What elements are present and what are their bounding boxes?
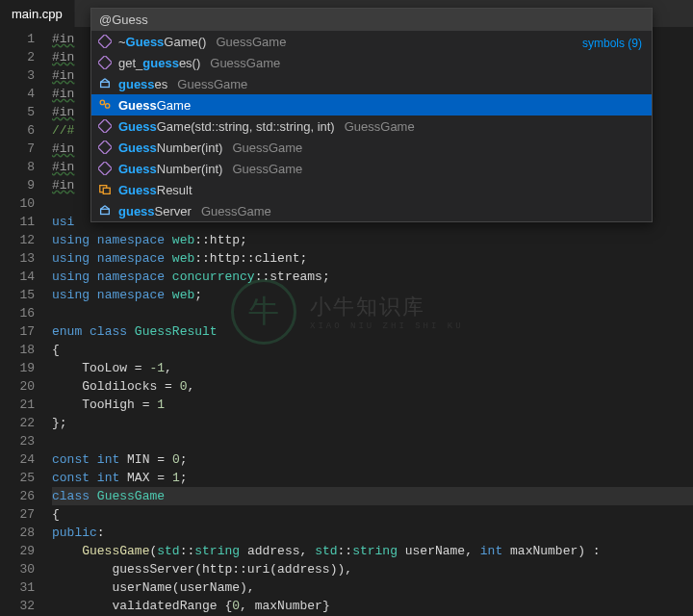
line-number: 16 — [0, 304, 35, 322]
suggestion-detail: GuessGame — [177, 77, 247, 91]
line-number: 17 — [0, 322, 35, 341]
svg-rect-13 — [101, 209, 110, 214]
suggestion-detail: GuessGame — [232, 162, 302, 176]
line-number: 6 — [0, 121, 35, 140]
line-number: 10 — [0, 194, 35, 213]
suggestion-label: GuessNumber(int) — [118, 141, 222, 155]
code-line: userName(userName), — [52, 578, 693, 597]
code-line: public: — [52, 524, 693, 542]
suggestion-detail: GuessGame — [201, 204, 271, 218]
line-number: 8 — [0, 158, 35, 176]
code-line: const int MIN = 0; — [52, 450, 693, 469]
symbol-suggestion-item[interactable]: GuessGame(std::string, std::string, int)… — [91, 116, 652, 137]
code-line: guessServer(http::uri(address)), — [52, 560, 693, 578]
suggestion-label: guesses — [118, 77, 167, 91]
line-number: 9 — [0, 176, 35, 194]
code-line: TooHigh = 1 — [52, 396, 693, 414]
symbol-suggestion-item[interactable]: GuessResult — [91, 179, 652, 200]
line-number: 1 — [0, 30, 35, 48]
line-number: 24 — [0, 450, 35, 469]
svg-line-7 — [104, 103, 106, 105]
suggestion-label: GuessResult — [118, 183, 192, 197]
line-number: 5 — [0, 103, 35, 121]
enum-icon — [97, 182, 113, 197]
method-icon — [97, 161, 113, 176]
line-number: 22 — [0, 414, 35, 432]
suggestion-label: ~GuessGame() — [118, 35, 206, 49]
symbol-suggestion-list: ~GuessGame()GuessGameget_guesses()GuessG… — [91, 31, 652, 221]
line-number: 19 — [0, 359, 35, 377]
line-number: 23 — [0, 432, 35, 450]
line-number: 4 — [0, 85, 35, 103]
line-number: 13 — [0, 249, 35, 268]
svg-rect-0 — [98, 35, 112, 48]
code-line: using namespace concurrency::streams; — [52, 268, 693, 286]
code-line: using namespace web::http::client; — [52, 249, 693, 268]
symbol-suggestion-item[interactable]: GuessNumber(int)GuessGame — [91, 137, 652, 158]
method-icon — [97, 34, 113, 49]
line-number: 12 — [0, 231, 35, 249]
svg-rect-10 — [98, 162, 112, 175]
line-number: 30 — [0, 560, 35, 578]
code-line: GuessGame(std::string address, std::stri… — [52, 542, 693, 560]
line-number: 3 — [0, 66, 35, 85]
code-line: { — [52, 505, 693, 524]
suggestion-detail: GuessGame — [210, 56, 280, 70]
line-number: 32 — [0, 597, 35, 615]
line-number: 11 — [0, 213, 35, 231]
code-line: const int MAX = 1; — [52, 469, 693, 487]
method-icon — [97, 140, 113, 155]
suggestion-detail: GuessGame — [216, 35, 286, 49]
line-number: 7 — [0, 140, 35, 158]
symbol-suggestion-item[interactable]: GuessGame — [91, 94, 652, 116]
svg-rect-2 — [101, 82, 110, 87]
line-number: 29 — [0, 542, 35, 560]
symbol-search-popup: symbols (9) ~GuessGame()GuessGameget_gue… — [90, 8, 653, 222]
method-icon — [97, 118, 113, 134]
svg-rect-8 — [98, 119, 112, 133]
class-icon — [97, 97, 113, 113]
line-number: 31 — [0, 578, 35, 597]
symbol-search-input[interactable] — [91, 9, 652, 31]
symbol-suggestion-item[interactable]: GuessNumber(int)GuessGame — [91, 158, 652, 179]
symbol-suggestion-item[interactable]: ~GuessGame()GuessGame — [91, 31, 652, 52]
field-icon — [97, 76, 113, 91]
line-number: 25 — [0, 469, 35, 487]
line-number: 2 — [0, 48, 35, 66]
line-number: 28 — [0, 524, 35, 542]
line-number: 26 — [0, 487, 35, 505]
method-icon — [97, 55, 113, 70]
field-icon — [97, 203, 113, 218]
suggestion-label: GuessGame(std::string, std::string, int) — [118, 119, 335, 134]
code-line: TooLow = -1, — [52, 359, 693, 377]
tab-main-cpp[interactable]: main.cpp — [0, 0, 75, 27]
svg-rect-9 — [98, 141, 112, 154]
suggestion-label: GuessNumber(int) — [118, 162, 222, 176]
code-line: class GuessGame — [52, 487, 693, 505]
code-line: Goldilocks = 0, — [52, 377, 693, 396]
symbol-suggestion-item[interactable]: guessServerGuessGame — [91, 200, 652, 221]
line-number: 27 — [0, 505, 35, 524]
symbol-suggestion-item[interactable]: guessesGuessGame — [91, 73, 652, 94]
line-number: 21 — [0, 396, 35, 414]
code-line — [52, 304, 693, 322]
line-number: 18 — [0, 341, 35, 359]
suggestion-label: guessServer — [118, 204, 192, 218]
symbol-suggestion-item[interactable]: get_guesses()GuessGame — [91, 52, 652, 73]
svg-rect-1 — [98, 56, 112, 69]
tab-label: main.cpp — [12, 7, 63, 21]
suggestion-detail: GuessGame — [345, 119, 415, 134]
code-line: using namespace web::http; — [52, 231, 693, 249]
line-number-gutter: 1234567891011121314151617181920212223242… — [0, 27, 52, 616]
line-number: 20 — [0, 377, 35, 396]
line-number: 14 — [0, 268, 35, 286]
code-line: { — [52, 341, 693, 359]
suggestion-label: get_guesses() — [118, 56, 200, 70]
code-line: enum class GuessResult — [52, 322, 693, 341]
svg-rect-12 — [103, 188, 110, 193]
code-line — [52, 432, 693, 450]
suggestion-label: GuessGame — [118, 98, 191, 113]
code-line: validatedRange {0, maxNumber} — [52, 597, 693, 615]
symbol-count-label: symbols (9) — [582, 37, 642, 50]
suggestion-detail: GuessGame — [232, 141, 302, 155]
